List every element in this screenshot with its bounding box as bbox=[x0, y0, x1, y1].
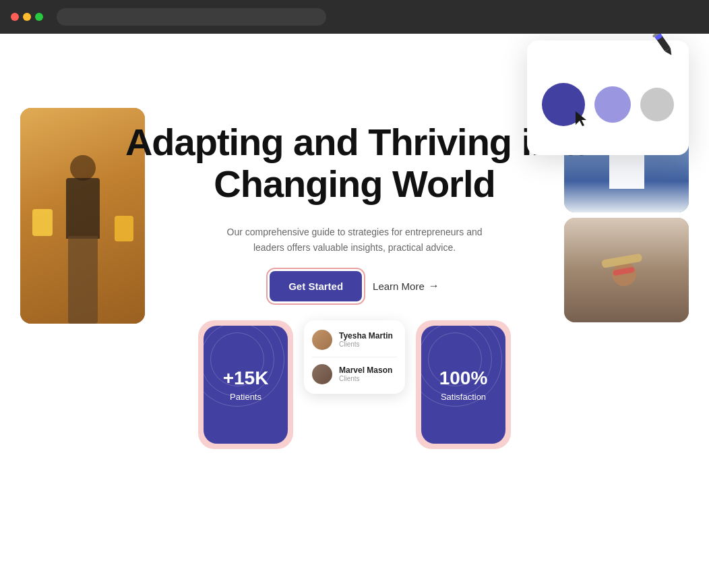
avatar-image-2 bbox=[312, 364, 332, 384]
main-page: Adapting and Thriving in a Changing Worl… bbox=[0, 34, 709, 588]
patients-stat-card: +15K Patients bbox=[204, 326, 288, 444]
cta-row: Get Started Learn More → bbox=[270, 271, 439, 301]
circle-light-icon bbox=[594, 86, 631, 123]
client-info-2: Marvel Mason Clients bbox=[339, 365, 392, 382]
satisfaction-card-wrapper: 100% Satisfaction bbox=[416, 320, 511, 449]
satisfaction-number: 100% bbox=[439, 368, 488, 389]
cursor-icon bbox=[574, 110, 589, 127]
description-text: Our comprehensive guide to strategies fo… bbox=[226, 225, 483, 255]
divider-1 bbox=[312, 357, 397, 357]
learn-more-button[interactable]: Learn More → bbox=[373, 280, 439, 292]
address-bar[interactable] bbox=[57, 8, 326, 26]
circle-gray-icon bbox=[640, 88, 674, 121]
client-item-2: Marvel Mason Clients bbox=[312, 364, 397, 384]
main-heading: Adapting and Thriving in a Changing Worl… bbox=[119, 121, 590, 204]
client-info-1: Tyesha Martin Clients bbox=[339, 331, 393, 348]
satisfaction-label: Satisfaction bbox=[441, 392, 486, 402]
client-avatar-2 bbox=[312, 364, 332, 384]
stats-section: +15K Patients Tyesha Martin Clients bbox=[198, 320, 511, 449]
traffic-lights bbox=[11, 13, 43, 21]
satisfaction-stat-card: 100% Satisfaction bbox=[421, 326, 505, 444]
minimize-button-icon[interactable] bbox=[23, 13, 31, 21]
svg-marker-4 bbox=[576, 111, 586, 126]
patients-number: +15K bbox=[223, 368, 269, 389]
client-name-2: Marvel Mason bbox=[339, 365, 392, 375]
browser-chrome bbox=[0, 0, 709, 34]
get-started-button[interactable]: Get Started bbox=[270, 271, 362, 301]
client-role-1: Clients bbox=[339, 341, 393, 348]
design-tool-card bbox=[527, 40, 689, 155]
patients-label: Patients bbox=[230, 392, 261, 402]
arrow-right-icon: → bbox=[429, 280, 439, 292]
client-name-1: Tyesha Martin bbox=[339, 331, 393, 341]
maximize-button-icon[interactable] bbox=[35, 13, 43, 21]
circle-dark-icon bbox=[542, 83, 585, 126]
patients-card-wrapper: +15K Patients bbox=[198, 320, 293, 449]
client-avatar-1 bbox=[312, 330, 332, 350]
clients-card: Tyesha Martin Clients Marvel Mason Clien… bbox=[304, 320, 405, 394]
client-role-2: Clients bbox=[339, 375, 392, 382]
avatar-image-1 bbox=[312, 330, 332, 350]
pen-tool-icon bbox=[642, 34, 687, 67]
client-item-1: Tyesha Martin Clients bbox=[312, 330, 397, 350]
close-button-icon[interactable] bbox=[11, 13, 19, 21]
right-image-bottom bbox=[564, 218, 689, 322]
learn-more-label: Learn More bbox=[373, 281, 425, 292]
